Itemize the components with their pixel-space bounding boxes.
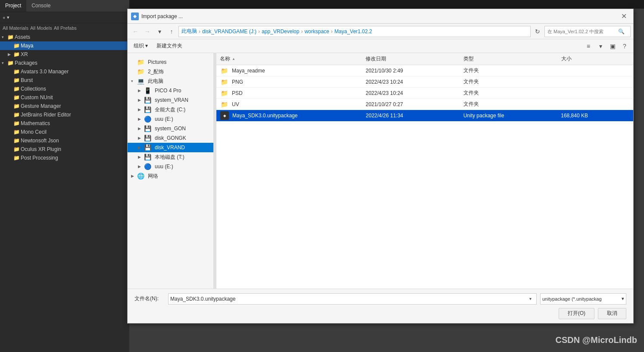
add-button[interactable]: + [3,15,5,20]
filename-input[interactable] [170,296,526,302]
nav-item-0[interactable]: 📁Pictures [128,57,213,67]
tree-item-11[interactable]: 📁Mono Cecil [0,128,129,136]
nav-arrow-icon: ▶ [138,117,142,121]
nav-item-7[interactable]: ▶💾system_GON [128,124,213,133]
panel-toggle-button[interactable]: ▣ [607,41,618,51]
nav-item-11[interactable]: ▶🔵uuu (E:) [128,162,213,171]
tree-item-8[interactable]: 📁Gesture Manager [0,102,129,110]
nav-item-8[interactable]: ▶💾disk_GONGK [128,133,213,143]
new-folder-button[interactable]: 新建文件夹 [154,41,185,50]
view-dropdown-button[interactable]: ▾ [595,41,606,51]
import-package-dialog: ◈ Import package ... ✕ ← → ▾ ↑ 此电脑›disk_… [127,9,634,324]
bottom-area: 文件名(N): ▾ unitypackage (*.unitypackag ▾ … [128,289,633,323]
table-row[interactable]: 📁PNG2022/4/23 10:24文件夹 [216,76,633,88]
file-name-cell: ◈Maya_SDK3.0.unitypackage [217,111,364,120]
help-button[interactable]: ? [619,41,630,51]
list-view-button[interactable]: ≡ [583,41,594,51]
column-type[interactable]: 类型 [462,55,560,63]
tree-arrow-icon: ▾ [2,35,7,39]
nav-item-2[interactable]: ▾💻此电脑 [128,76,213,86]
path-separator: › [199,28,200,35]
file-size-cell: 168,840 KB [559,113,633,119]
tree-item-6[interactable]: 📁Collections [0,85,129,93]
search-input[interactable] [547,29,616,34]
refresh-button[interactable]: ↻ [532,26,543,37]
dialog-close-button[interactable]: ✕ [618,10,630,22]
tree-folder-icon: 📁 [13,51,20,57]
file-date-cell: 2022/4/23 10:24 [364,79,462,85]
nav-item-12[interactable]: ▶🌐网络 [128,171,213,181]
tab-console[interactable]: Console [26,0,56,12]
forward-button[interactable]: → [142,26,153,37]
tree-folder-icon: 📁 [7,34,14,40]
nav-item-9[interactable]: ▶💾disk_VRAND [128,143,213,152]
filename-dropdown-button[interactable]: ▾ [526,295,535,303]
tree-item-1[interactable]: 📁Maya [0,41,129,50]
file-name-text: PNG [232,79,243,85]
file-date-cell: 2021/10/27 0:27 [364,101,462,107]
all-materials-link[interactable]: All Materials [3,25,28,31]
tree-item-14[interactable]: 📁Post Processing [0,154,129,162]
tree-item-5[interactable]: 📁Burst [0,76,129,85]
address-path[interactable]: 此电脑›disk_VRANDGAME (J:)›app_VRDevelop›wo… [178,26,531,37]
nav-item-4[interactable]: ▶💾system_VRAN [128,95,213,105]
path-separator: › [331,28,333,35]
search-icon: 🔍 [618,28,625,35]
tree-item-9[interactable]: 📁JetBrains Rider Editor [0,110,129,119]
tree-folder-icon: 📁 [13,103,20,109]
all-prefabs-link[interactable]: All Prefabs [54,25,77,31]
file-type-cell: Unity package file [462,113,559,119]
table-row[interactable]: 📁UV2021/10/27 0:27文件夹 [216,99,633,110]
open-button[interactable]: 打开(O) [559,308,594,319]
sort-arrow-icon: ▲ [232,57,235,61]
column-name[interactable]: 名称 ▲ [216,55,364,63]
nav-item-10[interactable]: ▶💾本地磁盘 (T:) [128,152,213,162]
table-row[interactable]: ◈Maya_SDK3.0.unitypackage2022/4/26 11:34… [216,110,633,121]
tree-item-label: Avatars 3.0 Manager [21,69,69,75]
tree-item-label: XR [21,51,28,57]
tree-item-0[interactable]: ▾📁Assets [0,33,129,41]
nav-arrow-icon: ▶ [138,107,142,112]
table-row[interactable]: 📁PSD2022/4/23 10:24文件夹 [216,88,633,99]
tree-item-10[interactable]: 📁Mathematics [0,119,129,128]
nav-item-5[interactable]: ▶💾全能大盘 (C:) [128,105,213,114]
path-segment-3[interactable]: workspace [304,28,329,35]
nav-item-3[interactable]: ▶📱PICO 4 Pro [128,86,213,95]
path-segment-4[interactable]: Maya_Ver1.02.2 [335,28,372,35]
nav-item-label: 此电脑 [148,78,163,85]
path-segment-2[interactable]: app_VRDevelop [262,28,299,35]
filename-label: 文件名(N): [134,295,165,302]
nav-folder-icon: 💾 [144,135,151,141]
tree-item-3[interactable]: ▾📁Packages [0,59,129,67]
path-segment-0[interactable]: 此电脑 [181,28,197,35]
up-button[interactable]: ↑ [166,26,177,37]
nav-item-label: 全能大盘 (C:) [155,106,185,113]
organize-button[interactable]: 组织 ▾ [131,41,150,50]
file-list: 名称 ▲ 修改日期 类型 大小 📁Maya_readme2021/10/30 2… [216,53,633,289]
filetype-select[interactable]: unitypackage (*.unitypackag ▾ [540,293,626,305]
add-dropdown-button[interactable]: ▾ [7,15,9,20]
tree-item-7[interactable]: 📁Custom NUnit [0,93,129,102]
tree-item-2[interactable]: ▶📁XR [0,50,129,59]
path-dropdown-button[interactable]: ▾ [154,26,165,37]
nav-folder-icon: 💾 [144,154,151,160]
cancel-button[interactable]: 取消 [598,308,626,319]
panel-tabs: Project Console [0,0,129,12]
main-content-area: 📁Pictures📁2_配饰▾💻此电脑▶📱PICO 4 Pro▶💾system_… [128,53,633,289]
tree-item-13[interactable]: 📁Oculus XR Plugin [0,145,129,154]
back-button[interactable]: ← [130,26,141,37]
path-segment-1[interactable]: disk_VRANDGAME (J:) [202,28,256,35]
all-models-link[interactable]: All Models [30,25,52,31]
nav-item-1[interactable]: 📁2_配饰 [128,67,213,76]
nav-folder-icon: 📁 [137,68,144,75]
nav-item-6[interactable]: ▶🔵uuu (E:) [128,114,213,124]
tab-project[interactable]: Project [0,0,26,12]
tree-item-12[interactable]: 📁Newtonsoft Json [0,136,129,145]
column-size[interactable]: 大小 [560,55,633,63]
tree-item-label: Mathematics [21,120,50,126]
nav-folder-icon: 📁 [137,59,144,66]
filename-input-wrapper: ▾ [168,293,537,305]
column-date[interactable]: 修改日期 [364,55,462,63]
table-row[interactable]: 📁Maya_readme2021/10/30 2:49文件夹 [216,65,633,76]
tree-item-4[interactable]: 📁Avatars 3.0 Manager [0,67,129,76]
